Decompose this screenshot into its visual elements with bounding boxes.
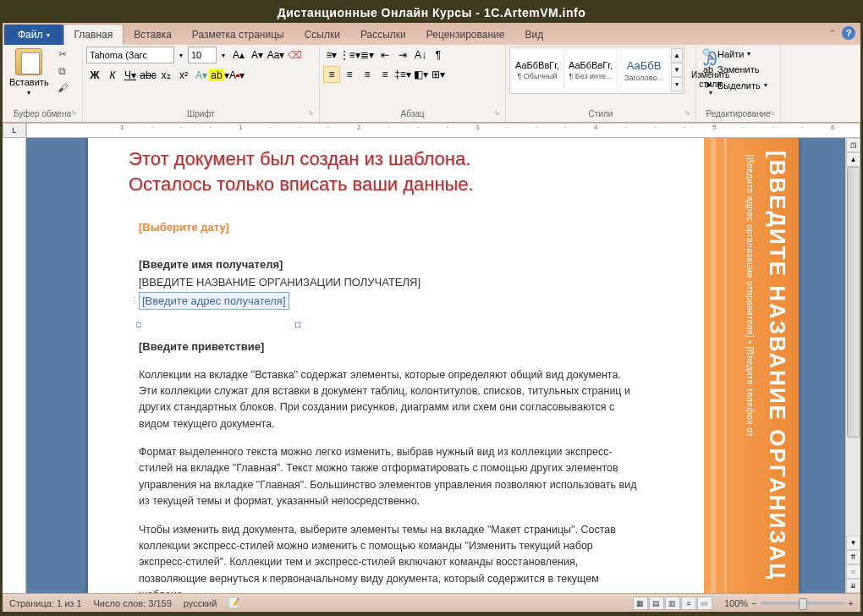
scroll-up-icon[interactable]: ▲ <box>846 152 860 167</box>
text-effects-button[interactable]: A▾ <box>193 67 210 84</box>
page-status[interactable]: Страница: 1 из 1 <box>9 598 82 608</box>
font-group: ▾ ▾ A▴ A▾ Aa▾ ⌫ Ж К Ч▾ abc x₂ x² <box>83 45 320 122</box>
zoom-level[interactable]: 100% <box>724 598 748 608</box>
browse-object-icon[interactable]: ○ <box>846 564 860 579</box>
superscript-button[interactable]: x² <box>175 67 192 84</box>
next-page-icon[interactable]: ⇊ <box>846 579 860 593</box>
increase-indent-button[interactable]: ⇥ <box>394 47 411 63</box>
format-painter-button[interactable]: 🖌 <box>54 82 71 97</box>
tab-home[interactable]: Главная <box>63 24 124 45</box>
borders-button[interactable]: ⊞▾ <box>430 66 447 83</box>
body-paragraph[interactable]: Коллекции на вкладке "Вставка" содержат … <box>139 367 638 433</box>
replace-button[interactable]: abЗаменить <box>700 63 761 76</box>
paste-label: Вставить <box>9 77 49 87</box>
file-tab[interactable]: Файл <box>4 25 63 45</box>
zoom-in-button[interactable]: + <box>849 598 854 608</box>
outline-view-icon[interactable]: ≡ <box>681 597 696 610</box>
vertical-scrollbar[interactable]: ◳ ▲ ▼ ⇈ ○ ⇊ <box>845 138 860 593</box>
scroll-down-icon[interactable]: ▼ <box>846 536 860 550</box>
font-size-dropdown-icon[interactable]: ▾ <box>218 47 228 63</box>
document-page[interactable]: Этот документ был создан из шаблона. Ост… <box>88 138 799 593</box>
show-marks-button[interactable]: ¶ <box>430 47 447 63</box>
ruler-area: L 1 · · · 1 · · · 2 · · · 3 · · · 4 · · … <box>3 123 860 138</box>
tab-layout[interactable]: Разметка страницы <box>182 25 294 45</box>
date-field[interactable]: [Выберите дату] <box>139 219 638 236</box>
greeting-field[interactable]: [Введите приветствие] <box>139 338 638 355</box>
web-view-icon[interactable]: ▥ <box>665 597 680 610</box>
sort-button[interactable]: A↓ <box>412 47 429 63</box>
numbering-button[interactable]: ⋮≡▾ <box>341 47 358 63</box>
recipient-address-field[interactable]: [Введите адрес получателя] <box>139 292 289 311</box>
template-sidebar: [ВВЕДИТЕ НАЗВАНИЕ ОРГАНИЗАЦ [Введите адр… <box>689 138 799 593</box>
cut-button[interactable]: ✂ <box>54 48 71 63</box>
fullscreen-view-icon[interactable]: ▤ <box>649 597 664 610</box>
language-status[interactable]: русский <box>184 598 217 608</box>
styles-group-label: Стили <box>509 107 692 120</box>
replace-icon: ab <box>702 64 714 74</box>
draft-view-icon[interactable]: ▭ <box>697 597 712 610</box>
line-spacing-button[interactable]: ‡≡▾ <box>394 66 411 83</box>
find-button[interactable]: 🔍Найти▾ <box>700 47 753 61</box>
tab-references[interactable]: Ссылки <box>294 25 350 45</box>
decrease-indent-button[interactable]: ⇤ <box>377 47 393 63</box>
align-right-button[interactable]: ≡ <box>359 66 376 83</box>
styles-down-icon[interactable]: ▼ <box>671 63 683 77</box>
body-paragraph[interactable]: Чтобы изменить вид документа, выберите э… <box>139 522 638 594</box>
clear-formatting-button[interactable]: ⌫ <box>286 47 303 63</box>
select-button[interactable]: ➤Выделить▾ <box>700 78 770 92</box>
highlight-button[interactable]: ab▾ <box>211 67 228 84</box>
style-heading[interactable]: АаБбВ Заголово... <box>618 48 670 92</box>
body-paragraph[interactable]: Формат выделенного текста можно легко из… <box>139 444 638 510</box>
font-group-label: Шрифт <box>86 107 316 120</box>
sidebar-org-name[interactable]: [ВВЕДИТЕ НАЗВАНИЕ ОРГАНИЗАЦ <box>764 151 790 580</box>
subscript-button[interactable]: x₂ <box>157 67 174 84</box>
document-content[interactable]: [Выберите дату] [Введите имя получателя]… <box>139 219 638 593</box>
vertical-ruler[interactable] <box>3 138 26 593</box>
horizontal-ruler[interactable]: 1 · · · 1 · · · 2 · · · 3 · · · 4 · · · … <box>26 123 860 138</box>
ruler-toggle-icon[interactable]: ◳ <box>846 138 860 152</box>
multilevel-button[interactable]: ≣▾ <box>359 47 376 63</box>
strikethrough-button[interactable]: abc <box>140 67 157 84</box>
prev-page-icon[interactable]: ⇈ <box>846 550 860 564</box>
recipient-name-field[interactable]: [Введите имя получателя] <box>139 256 638 273</box>
tab-review[interactable]: Рецензирование <box>416 25 515 45</box>
tab-view[interactable]: Вид <box>514 25 553 45</box>
track-changes-icon[interactable]: 📝 <box>228 597 240 608</box>
shrink-font-button[interactable]: A▾ <box>249 47 266 63</box>
styles-gallery[interactable]: АаБбВвГг, ¶ Обычный АаБбВвГг, ¶ Без инте… <box>509 47 684 94</box>
bullets-button[interactable]: ≡▾ <box>323 47 340 63</box>
zoom-out-button[interactable]: − <box>751 598 756 608</box>
sidebar-address[interactable]: [Введите адрес организации отправителя] … <box>745 155 755 437</box>
minimize-ribbon-icon[interactable]: ⌃ <box>825 26 838 40</box>
copy-button[interactable]: ⧉ <box>54 65 71 80</box>
change-case-button[interactable]: Aa▾ <box>267 47 284 63</box>
word-count[interactable]: Число слов: 3/159 <box>94 598 172 608</box>
print-layout-view-icon[interactable]: ▦ <box>633 597 648 610</box>
shading-button[interactable]: ◧▾ <box>412 66 429 83</box>
paste-button[interactable]: Вставить ▾ <box>6 47 52 98</box>
help-icon[interactable]: ? <box>842 26 855 40</box>
font-size-combo[interactable] <box>188 47 217 63</box>
bold-button[interactable]: Ж <box>86 67 103 84</box>
style-no-spacing[interactable]: АаБбВвГг, ¶ Без инте... <box>564 48 617 92</box>
window-title: Дистанционные Онлайн Курсы - 1C.ArtemVM.… <box>3 3 860 23</box>
align-center-button[interactable]: ≡ <box>341 66 358 83</box>
grow-font-button[interactable]: A▴ <box>230 47 247 63</box>
font-name-dropdown-icon[interactable]: ▾ <box>176 47 186 63</box>
font-color-button[interactable]: A▾ <box>228 67 245 84</box>
styles-up-icon[interactable]: ▲ <box>671 48 683 63</box>
font-name-combo[interactable] <box>86 47 174 63</box>
paragraph-group: ≡▾ ⋮≡▾ ≣▾ ⇤ ⇥ A↓ ¶ ≡ ≡ ≡ ≡ ‡≡▾ ◧▾ <box>320 45 506 122</box>
align-left-button[interactable]: ≡ <box>323 66 340 83</box>
tab-mailings[interactable]: Рассылки <box>350 25 416 45</box>
zoom-slider[interactable] <box>761 602 845 605</box>
scroll-thumb[interactable] <box>847 167 860 437</box>
underline-button[interactable]: Ч▾ <box>122 67 139 84</box>
justify-button[interactable]: ≡ <box>377 66 393 83</box>
tab-insert[interactable]: Вставка <box>124 25 182 45</box>
recipient-org-field[interactable]: [ВВЕДИТЕ НАЗВАНИЕ ОРГАНИЗАЦИИ ПОЛУЧАТЕЛЯ… <box>139 274 638 291</box>
italic-button[interactable]: К <box>104 67 121 84</box>
ruler-corner[interactable]: L <box>3 123 26 138</box>
styles-more-icon[interactable]: ▾ <box>671 77 683 91</box>
style-normal[interactable]: АаБбВвГг, ¶ Обычный <box>511 48 563 92</box>
